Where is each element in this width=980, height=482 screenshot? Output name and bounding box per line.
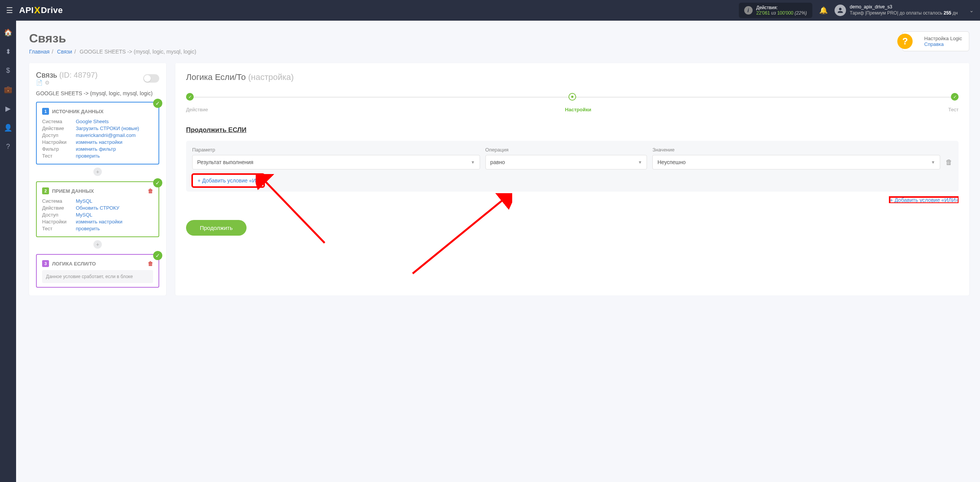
crumb-current: GOOGLE SHEETS -> (mysql, logic, mysql, l… <box>80 49 196 55</box>
step-num-3: 3 <box>42 260 49 267</box>
crumb-links[interactable]: Связи <box>57 49 72 55</box>
card-source[interactable]: ✓ 1ИСТОЧНИК ДАННЫХ СистемаGoogle SheetsД… <box>36 102 159 164</box>
question-icon[interactable]: ? <box>897 34 913 49</box>
row-value[interactable]: maverickandrii@gmail.com <box>76 132 136 138</box>
continue-button[interactable]: Продолжить <box>186 220 247 236</box>
card-logic[interactable]: ✓ 3ЛОГИКА ЕСЛИ/ТО🗑 Данное условие сработ… <box>36 254 159 288</box>
plus-icon[interactable]: + <box>93 240 102 249</box>
avatar-icon <box>835 5 846 16</box>
card-note: Данное условие сработает, если в блоке <box>42 270 153 283</box>
row-label: Система <box>42 119 76 124</box>
actions-total: 100'000 <box>777 10 793 16</box>
plus-icon[interactable]: + <box>93 168 102 176</box>
row-label: Фильтр <box>42 146 76 152</box>
home-icon[interactable]: 🏠 <box>4 28 12 37</box>
param-label: Параметр <box>192 147 480 153</box>
step-num-2: 2 <box>42 187 49 194</box>
step-num-1: 1 <box>42 108 49 115</box>
row-value[interactable]: Google Sheets <box>76 119 109 124</box>
step-dot-done[interactable]: ✓ <box>186 93 194 101</box>
main-title-text: Логика Если/То <box>186 72 248 82</box>
check-icon: ✓ <box>153 178 162 187</box>
actions-used: 22'061 <box>756 10 770 16</box>
step-label-2: Настройки <box>565 107 591 112</box>
main-title: Логика Если/То (настройка) <box>186 72 959 82</box>
card-title: ПРИЕМ ДАННЫХ <box>52 188 94 194</box>
step-dot-current[interactable] <box>568 93 576 101</box>
logo-x-icon: X <box>34 5 41 16</box>
row-value[interactable]: MySQL <box>76 212 92 218</box>
actions-label: Действия: <box>756 5 807 10</box>
menu-icon[interactable]: ☰ <box>6 6 13 15</box>
sidebar-subtitle: GOOGLE SHEETS -> (mysql, logic, mysql, l… <box>36 90 159 96</box>
sidebar: Связь (ID: 48797) 📄 ⚙ GOOGLE SHEETS -> (… <box>29 63 166 295</box>
param-select[interactable]: Результат выполнения▼ <box>192 155 480 169</box>
sb-title-text: Связь <box>36 71 59 79</box>
main-panel: Логика Если/То (настройка) ✓ ✓ Действие … <box>175 63 969 295</box>
actions-pct: (22%) <box>794 10 807 16</box>
card-row: Доступmaverickandrii@gmail.com <box>42 132 153 138</box>
card-row: Настройкиизменить настройки <box>42 219 153 225</box>
row-value[interactable]: MySQL <box>76 198 92 204</box>
help-title: Настройка Logic <box>924 36 962 41</box>
param-value: Результат выполнения <box>197 159 253 165</box>
youtube-icon[interactable]: ▶ <box>5 104 11 113</box>
help-icon[interactable]: ? <box>6 143 10 151</box>
card-row: ДействиеОбновить СТРОКУ <box>42 205 153 211</box>
op-value: равно <box>490 159 505 165</box>
condition-box: Параметр Результат выполнения▼ Операция … <box>186 141 959 192</box>
card-row: СистемаGoogle Sheets <box>42 119 153 124</box>
row-value[interactable]: Загрузить СТРОКИ (новые) <box>76 125 139 131</box>
card-title: ИСТОЧНИК ДАННЫХ <box>52 109 103 114</box>
crumb-home[interactable]: Главная <box>29 49 49 55</box>
trash-icon[interactable]: 🗑 <box>148 188 153 194</box>
dollar-icon[interactable]: $ <box>6 67 10 75</box>
step-dot[interactable]: ✓ <box>951 93 959 101</box>
help-box: ? Настройка Logic Справка <box>902 31 969 51</box>
row-value[interactable]: Обновить СТРОКУ <box>76 205 119 211</box>
val-select[interactable]: Неуспешно▼ <box>652 155 940 169</box>
actions-of: из <box>770 10 777 16</box>
tariff-suffix: дн <box>951 10 958 16</box>
actions-counter[interactable]: i Действия: 22'061 из 100'000 (22%) <box>739 3 812 18</box>
account-icon[interactable]: 👤 <box>4 124 12 132</box>
row-value[interactable]: проверить <box>76 226 100 231</box>
trash-icon[interactable]: 🗑 <box>148 261 153 267</box>
sb-id: (ID: 48797) <box>59 71 98 79</box>
row-label: Доступ <box>42 212 76 218</box>
info-icon: i <box>744 6 753 15</box>
row-value[interactable]: изменить фильтр <box>76 146 116 152</box>
op-select[interactable]: равно▼ <box>485 155 647 169</box>
card-destination[interactable]: ✓ 2ПРИЕМ ДАННЫХ🗑 СистемаMySQLДействиеОбн… <box>36 181 159 237</box>
stepper: ✓ ✓ <box>186 93 959 101</box>
chevron-down-icon: ▼ <box>931 160 935 164</box>
gear-icon[interactable]: ⚙ <box>45 80 50 86</box>
row-label: Настройки <box>42 219 76 225</box>
step-label-3: Тест <box>948 107 959 112</box>
row-label: Настройки <box>42 139 76 145</box>
step-label-1: Действие <box>186 107 208 112</box>
row-value[interactable]: изменить настройки <box>76 219 122 225</box>
add-and-button[interactable]: + Добавить условие «И» <box>192 174 264 187</box>
card-row: Фильтризменить фильтр <box>42 146 153 152</box>
user-name: demo_apix_drive_s3 <box>850 4 958 10</box>
add-or-button[interactable]: + Добавить условие «ИЛИ» <box>890 197 959 203</box>
delete-icon[interactable]: 🗑 <box>946 158 952 166</box>
connections-icon[interactable]: ⬍ <box>5 47 11 56</box>
row-value[interactable]: проверить <box>76 153 100 159</box>
main-title-sub: (настройка) <box>248 72 294 82</box>
row-value[interactable]: изменить настройки <box>76 139 122 145</box>
bell-icon[interactable]: 🔔 <box>819 6 828 15</box>
row-label: Тест <box>42 153 76 159</box>
logo[interactable]: API X Drive <box>19 5 63 16</box>
briefcase-icon[interactable]: 💼 <box>4 85 12 94</box>
row-label: Доступ <box>42 132 76 138</box>
toggle-switch[interactable] <box>143 74 159 83</box>
sidebar-title: Связь (ID: 48797) 📄 ⚙ <box>36 71 98 86</box>
chevron-down-icon[interactable]: ⌄ <box>969 7 974 13</box>
help-link[interactable]: Справка <box>924 41 944 47</box>
card-row: ДействиеЗагрузить СТРОКИ (новые) <box>42 125 153 131</box>
copy-icon[interactable]: 📄 <box>36 80 42 86</box>
user-block[interactable]: demo_apix_drive_s3 Тариф |Премиум PRO| д… <box>835 4 958 16</box>
card-row: ДоступMySQL <box>42 212 153 218</box>
